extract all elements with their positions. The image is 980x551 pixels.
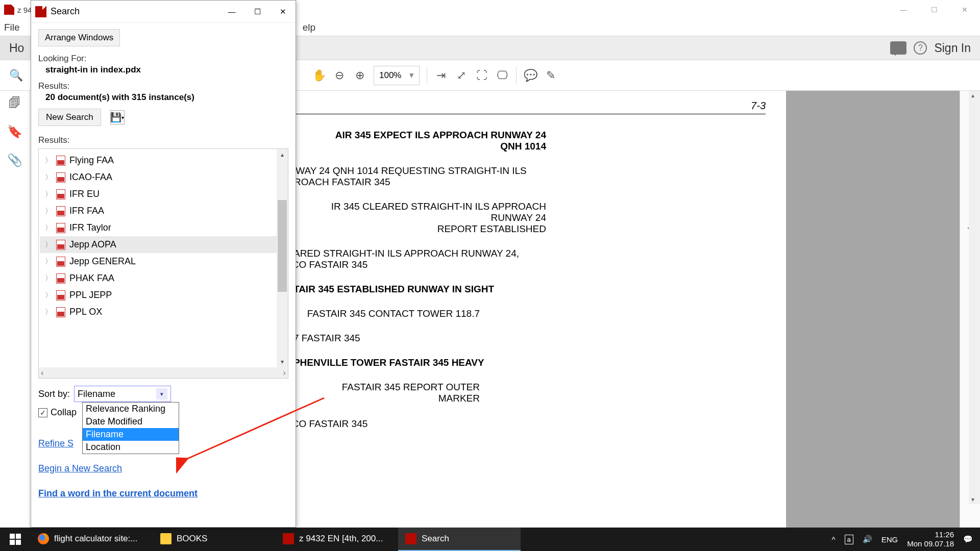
taskbar-search[interactable]: Search xyxy=(398,528,521,551)
collapse-label: Collap xyxy=(51,407,77,418)
search-maximize-button[interactable]: ☐ xyxy=(244,1,270,23)
close-button[interactable]: ✕ xyxy=(949,0,980,19)
result-label: PHAK FAA xyxy=(69,273,114,284)
result-item[interactable]: 〉Flying FAA xyxy=(40,152,287,169)
pdf-icon xyxy=(56,172,65,183)
folder-icon xyxy=(160,533,172,544)
results-scrollbar[interactable]: ▴▾ xyxy=(277,149,288,367)
search-icon[interactable]: 🔍 xyxy=(9,69,22,82)
result-item[interactable]: 〉ICAO-FAA xyxy=(40,169,287,186)
window-controls: — ☐ ✕ xyxy=(888,0,980,19)
adobe-icon xyxy=(35,6,46,17)
result-item[interactable]: 〉PPL OX xyxy=(40,304,287,320)
dropdown-option[interactable]: Date Modified xyxy=(83,415,179,428)
chevron-right-icon: 〉 xyxy=(45,156,52,165)
taskbar-firefox[interactable]: flight calculator site:... xyxy=(31,528,153,551)
chevron-right-icon: 〉 xyxy=(45,257,52,266)
volume-icon[interactable]: 🔊 xyxy=(863,535,872,544)
sort-by-select[interactable]: Filename ▾ xyxy=(74,386,171,402)
doc-line: RUNWAY 24 QNH 1014 REQUESTING STRAIGHT-I… xyxy=(275,165,530,188)
signin-button[interactable]: Sign In xyxy=(934,41,971,55)
chevron-right-icon: 〉 xyxy=(45,291,52,300)
taskbar-pdf[interactable]: z 9432 EN [4th, 200... xyxy=(276,528,398,551)
read-mode-icon[interactable]: 🖵 xyxy=(496,69,509,82)
tab-home[interactable]: Ho xyxy=(0,36,34,60)
menu-help[interactable]: elp xyxy=(303,22,315,33)
results-hscroll[interactable] xyxy=(38,367,288,379)
search-titlebar: Search — ☐ ✕ xyxy=(31,1,296,23)
search-minimize-button[interactable]: — xyxy=(219,1,244,23)
result-item[interactable]: 〉PPL JEPP xyxy=(40,287,287,304)
notification-icon[interactable] xyxy=(890,41,906,55)
zoom-out-icon[interactable]: ⊖ xyxy=(333,69,346,82)
input-indicator-icon[interactable]: a xyxy=(845,535,853,544)
result-item[interactable]: 〉IFR Taylor xyxy=(40,219,287,236)
taskbar-label: BOOKS xyxy=(177,534,207,544)
result-label: PPL OX xyxy=(69,307,102,317)
pdf-icon xyxy=(56,189,65,199)
dropdown-option[interactable]: Location xyxy=(83,441,179,454)
fullscreen-icon[interactable]: ⛶ xyxy=(475,69,488,82)
find-in-doc-link[interactable]: Find a word in the current document xyxy=(38,488,288,499)
doc-line: CLEARED STRAIGHT-IN ILS APPROACH RUNWAY … xyxy=(275,248,530,270)
pdf-icon xyxy=(56,307,65,317)
clock[interactable]: 11:26 Mon 09.07.18 xyxy=(907,530,954,548)
help-icon[interactable]: ? xyxy=(914,41,927,55)
zoom-in-icon[interactable]: ⊕ xyxy=(353,69,366,82)
result-item[interactable]: 〉PHAK FAA xyxy=(40,270,287,287)
minimize-button[interactable]: — xyxy=(888,0,919,19)
results-label: Results: xyxy=(38,81,288,91)
chevron-right-icon: 〉 xyxy=(45,173,52,182)
result-item[interactable]: 〉IFR EU xyxy=(40,186,287,203)
tray-chevron-icon[interactable]: ^ xyxy=(831,535,835,544)
begin-search-link[interactable]: Begin a New Search xyxy=(38,463,288,474)
taskbar-explorer[interactable]: BOOKS xyxy=(153,528,276,551)
chevron-right-icon: 〉 xyxy=(45,274,52,283)
page-gutter xyxy=(786,91,960,528)
dropdown-option[interactable]: Filename xyxy=(83,428,179,441)
pdf-icon xyxy=(56,206,65,216)
bookmark-icon[interactable]: 🔖 xyxy=(7,124,22,139)
vertical-scrollbar[interactable] xyxy=(969,91,980,504)
collapse-checkbox[interactable]: ✓ xyxy=(38,408,47,417)
fit-width-icon[interactable]: ⇥ xyxy=(434,69,448,82)
save-results-icon[interactable]: 💾▾ xyxy=(110,110,125,124)
result-item[interactable]: 〉Jepp GENERAL xyxy=(40,253,287,270)
menu-file[interactable]: File xyxy=(4,22,20,33)
new-search-button[interactable]: New Search xyxy=(38,109,101,126)
adobe-icon xyxy=(4,5,14,15)
doc-line: 118.7 FASTAIR 345 xyxy=(275,333,530,344)
taskbar-label: flight calculator site:... xyxy=(54,534,137,544)
language-indicator[interactable]: ENG xyxy=(881,535,898,544)
chevron-down-icon: ▾ xyxy=(156,388,167,399)
page-number: 7-3 xyxy=(751,100,766,112)
adobe-icon xyxy=(283,533,294,544)
result-label: Flying FAA xyxy=(69,155,114,166)
start-button[interactable] xyxy=(0,534,31,545)
attachment-icon[interactable]: 📎 xyxy=(7,153,22,167)
result-label: IFR Taylor xyxy=(69,222,111,233)
sort-by-label: Sort by: xyxy=(38,389,70,399)
result-label: Jepp GENERAL xyxy=(69,256,136,267)
looking-for-label: Looking For: xyxy=(38,54,288,64)
arrange-windows-button[interactable]: Arrange Windows xyxy=(38,29,120,46)
dropdown-option[interactable]: Relevance Ranking xyxy=(83,403,179,415)
pdf-icon xyxy=(56,257,65,267)
highlight-icon[interactable]: ✎ xyxy=(544,69,557,82)
sort-by-value: Filename xyxy=(78,389,115,399)
clock-date: Mon 09.07.18 xyxy=(907,539,954,548)
comment-icon[interactable]: 💬 xyxy=(524,69,537,82)
maximize-button[interactable]: ☐ xyxy=(919,0,949,19)
result-item[interactable]: 〉Jepp AOPA xyxy=(40,236,287,253)
result-item[interactable]: 〉IFR FAA xyxy=(40,203,287,219)
result-label: PPL JEPP xyxy=(69,290,112,300)
hand-tool-icon[interactable]: ✋ xyxy=(312,69,326,82)
pages-icon[interactable]: 🗐 xyxy=(9,96,21,110)
windows-icon xyxy=(10,534,21,545)
clock-time: 11:26 xyxy=(907,530,954,539)
left-rail: 🗐 🔖 📎 xyxy=(0,91,30,528)
action-center-icon[interactable]: 💬 xyxy=(963,535,973,544)
fit-page-icon[interactable]: ⤢ xyxy=(455,69,468,82)
zoom-level[interactable]: 100%▾ xyxy=(374,66,420,85)
search-close-button[interactable]: ✕ xyxy=(270,1,296,23)
